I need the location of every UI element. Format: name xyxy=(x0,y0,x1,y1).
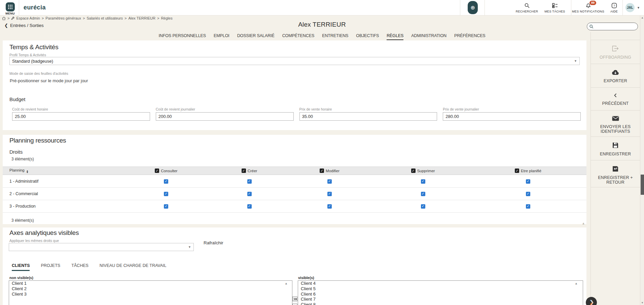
budget-title: Budget xyxy=(9,96,26,102)
menu-grid-icon xyxy=(6,2,15,11)
modifier-checkbox[interactable] xyxy=(327,179,332,184)
supprimer-checkbox[interactable] xyxy=(421,192,425,196)
subtab-projets[interactable]: PROJETS xyxy=(41,263,60,271)
cout-revient-horaire-input[interactable] xyxy=(12,112,150,121)
search-action[interactable]: RECHERCHER xyxy=(513,2,541,13)
consulter-checkbox[interactable] xyxy=(164,179,168,184)
sort-icon[interactable]: ▲▼ xyxy=(26,170,29,173)
avatar[interactable]: JAL xyxy=(625,3,635,12)
creer-checkbox[interactable] xyxy=(247,192,252,196)
etre-planifie-checkbox[interactable] xyxy=(526,179,530,184)
tab-entretiens[interactable]: ENTRETIENS xyxy=(322,33,348,40)
help-action[interactable]: ? AIDE xyxy=(607,2,621,13)
precedent-button[interactable]: PRÉCÉDENT xyxy=(591,87,640,110)
home-icon[interactable] xyxy=(2,17,6,20)
budget-field: Prix de vente horaire xyxy=(299,107,437,121)
list-item[interactable]: Client 1 xyxy=(9,281,292,286)
modifier-checkbox[interactable] xyxy=(327,204,332,209)
supprimer-checkbox[interactable] xyxy=(421,204,425,209)
planning-table-header: Planning▲▼ Consulter Créer Modifier Supp… xyxy=(3,166,586,175)
move-all-right-button[interactable] xyxy=(292,297,297,301)
breadcrumb-item[interactable]: Alex TERRIEUR xyxy=(128,16,155,20)
tab-competences[interactable]: COMPÉTENCES xyxy=(282,33,314,40)
select-all-supprimer-checkbox[interactable] xyxy=(411,169,416,173)
subtab-niveau-charge[interactable]: NIVEAU DE CHARGE DE TRAVAIL xyxy=(100,263,167,271)
tab-infos-personnelles[interactable]: INFOS PERSONNELLES xyxy=(158,33,206,40)
refresh-button[interactable]: Rafraîchir xyxy=(204,240,223,245)
app-window: MENU eurécia ⊕ RECHERCHER MES TÂCHES 89 … xyxy=(0,0,644,305)
tab-dossier-salarie[interactable]: DOSSIER SALARIÉ xyxy=(237,33,275,40)
list-item[interactable]: Client 6 xyxy=(298,292,583,297)
move-right-button[interactable] xyxy=(292,304,297,305)
profile-tabs: INFOS PERSONNELLES EMPLOI DOSSIER SALARI… xyxy=(0,33,644,40)
tab-preferences[interactable]: PRÉFÉRENCES xyxy=(454,33,486,40)
scroll-top-arrow[interactable]: ▲ xyxy=(582,221,585,225)
select-all-creer-checkbox[interactable] xyxy=(242,169,246,173)
section-title: Planning ressources xyxy=(9,137,66,144)
section-temps-activites: Temps & Activités Profil Temps & Activit… xyxy=(3,40,586,130)
list-item[interactable]: Client 2 xyxy=(9,286,292,292)
avatar-caret-icon[interactable]: ▼ xyxy=(637,6,640,9)
tasks-icon xyxy=(543,2,567,8)
envoyer-identifiants-button[interactable]: ENVOYER LES IDENTIFIANTS xyxy=(591,110,640,136)
topbar-divider xyxy=(485,0,485,16)
tab-administration[interactable]: ADMINISTRATION xyxy=(411,33,446,40)
profil-select[interactable]: Standard (badgeuse) ▼ xyxy=(9,57,580,65)
section-planning-ressources: Planning ressources Droits 3 élément(s) … xyxy=(3,135,586,224)
tab-regles[interactable]: RÈGLES xyxy=(387,33,403,40)
list-item[interactable]: Client 5 xyxy=(298,286,583,292)
mode-saisie-label: Mode de saisie des feuilles d'activités xyxy=(9,71,68,75)
section-axes-analytiques: Axes analytiques visibles Appliquer les … xyxy=(3,227,586,305)
scroll-up-icon[interactable]: ▲ xyxy=(640,16,644,19)
consulter-checkbox[interactable] xyxy=(164,192,168,196)
logo[interactable]: eurécia xyxy=(24,0,46,16)
apply-rights-select[interactable]: ▼ xyxy=(9,243,194,251)
cout-revient-journalier-input[interactable] xyxy=(156,112,294,121)
envelope-icon xyxy=(612,116,619,121)
quick-add-button[interactable]: ⊕ xyxy=(468,1,478,14)
tab-objectifs[interactable]: OBJECTIFS xyxy=(356,33,379,40)
tasks-action[interactable]: MES TÂCHES xyxy=(543,2,567,13)
column-consulter: Consulter xyxy=(125,169,207,173)
section-title: Temps & Activités xyxy=(9,43,58,51)
offboarding-button: OFFBOARDING xyxy=(591,40,640,64)
select-all-consulter-checkbox[interactable] xyxy=(155,169,159,173)
enregistrer-retour-button[interactable]: ENREGISTRER + RETOUR xyxy=(591,160,640,187)
topbar-divider xyxy=(19,0,19,16)
etre-planifie-checkbox[interactable] xyxy=(526,192,530,196)
consulter-checkbox[interactable] xyxy=(164,204,168,209)
breadcrumb-item[interactable]: Règles xyxy=(161,16,172,20)
breadcrumb-item[interactable]: Paramètres généraux xyxy=(45,16,81,20)
creer-checkbox[interactable] xyxy=(247,179,252,184)
help-icon: ? xyxy=(607,2,621,8)
select-all-modifier-checkbox[interactable] xyxy=(320,169,324,173)
row-label: 2 - Commercial xyxy=(3,191,125,196)
list-item[interactable]: Client 7 xyxy=(298,297,583,302)
notifications-action[interactable]: 89 MES NOTIFICATIONS xyxy=(572,2,604,13)
etre-planifie-checkbox[interactable] xyxy=(526,204,530,209)
list-item[interactable]: Client 3 xyxy=(9,292,292,297)
list-item[interactable]: Client 8 xyxy=(298,302,583,305)
subtab-clients[interactable]: CLIENTS xyxy=(12,263,30,271)
non-visibles-listbox: Client 1 Client 2 Client 3 xyxy=(9,280,292,305)
enregistrer-button[interactable]: ENREGISTRER xyxy=(591,136,640,160)
select-all-etre-planifie-checkbox[interactable] xyxy=(515,169,519,173)
list-item[interactable]: Client 4 xyxy=(298,281,583,286)
supprimer-checkbox[interactable] xyxy=(421,179,425,184)
subtab-taches[interactable]: TÂCHES xyxy=(71,263,88,271)
prix-vente-horaire-input[interactable] xyxy=(299,112,437,121)
tab-emploi[interactable]: EMPLOI xyxy=(214,33,229,40)
prix-vente-journalier-input[interactable] xyxy=(443,112,581,121)
budget-field: Coût de revient journalier xyxy=(156,107,294,121)
scroll-down-icon[interactable]: ▼ xyxy=(640,301,644,304)
scrollbar-thumb[interactable] xyxy=(641,175,644,195)
menu-button[interactable]: MENU xyxy=(3,1,17,15)
listbox-scroll-up-icon[interactable]: ▲ xyxy=(285,282,288,285)
modifier-checkbox[interactable] xyxy=(327,192,332,196)
creer-checkbox[interactable] xyxy=(247,204,252,209)
breadcrumb-item[interactable]: Salariés et utilisateurs xyxy=(86,16,123,20)
exporter-button[interactable]: EXPORTER xyxy=(591,64,640,87)
search-input[interactable] xyxy=(595,24,635,29)
listbox-scroll-up-icon[interactable]: ▲ xyxy=(575,282,578,285)
breadcrumb-item[interactable]: Espace Admin xyxy=(16,16,40,20)
